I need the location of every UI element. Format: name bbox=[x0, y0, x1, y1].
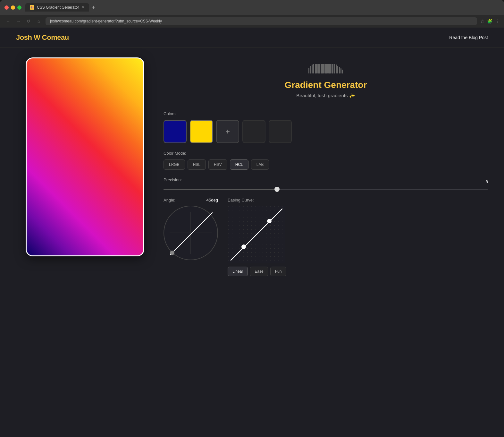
bar bbox=[334, 64, 335, 73]
right-panel: Gradient Generator Beautiful, lush gradi… bbox=[164, 57, 488, 276]
slider-thumb[interactable] bbox=[274, 187, 280, 192]
precision-slider[interactable] bbox=[164, 189, 488, 190]
tab-bar: 🎨 CSS Gradient Generator ✕ + bbox=[25, 3, 500, 12]
barcode-icon bbox=[164, 64, 488, 73]
site-nav: Josh W Comeau Read the Blog Post bbox=[0, 28, 504, 48]
bar bbox=[315, 64, 317, 73]
easing-handle-2[interactable] bbox=[241, 244, 246, 249]
gradient-preview bbox=[26, 57, 144, 256]
bar bbox=[324, 64, 328, 73]
easing-section: Easing Curve: bbox=[228, 198, 488, 276]
slider-fill bbox=[164, 189, 277, 190]
app-layout: Gradient Generator Beautiful, lush gradi… bbox=[0, 48, 504, 286]
browser-tab[interactable]: 🎨 CSS Gradient Generator ✕ bbox=[25, 3, 89, 12]
precision-header: Precision: 8 bbox=[164, 177, 488, 186]
bar bbox=[312, 64, 313, 73]
extensions-icon[interactable]: 🧩 bbox=[487, 19, 492, 24]
color-mode-label: Color Mode: bbox=[164, 151, 488, 156]
bar bbox=[332, 64, 333, 73]
browser-action-icons: ☆ 🧩 ⋮ bbox=[480, 19, 500, 24]
easing-svg bbox=[228, 206, 285, 263]
url-input[interactable] bbox=[46, 17, 477, 25]
mode-btn-lab[interactable]: LAB bbox=[251, 159, 269, 170]
minimize-traffic-light[interactable] bbox=[11, 5, 15, 10]
bottom-controls: Angle: 45deg bbox=[164, 198, 488, 276]
svg-point-2 bbox=[170, 251, 174, 255]
bookmark-icon[interactable]: ☆ bbox=[480, 19, 484, 24]
traffic-lights bbox=[4, 5, 21, 10]
bar bbox=[321, 64, 324, 73]
dial-svg bbox=[164, 206, 217, 260]
angle-header: Angle: 45deg bbox=[164, 198, 218, 202]
tab-favicon: 🎨 bbox=[30, 5, 34, 10]
color-swatch-empty-1 bbox=[242, 120, 265, 143]
easing-buttons: Linear Ease Fun bbox=[228, 267, 488, 276]
hero-section: Gradient Generator Beautiful, lush gradi… bbox=[164, 61, 488, 104]
precision-value: 8 bbox=[486, 179, 488, 184]
color-mode-section: Color Mode: LRGB HSL HSV HCL LAB bbox=[164, 151, 488, 170]
refresh-button[interactable]: ↺ bbox=[25, 19, 32, 24]
blog-link[interactable]: Read the Blog Post bbox=[449, 35, 488, 40]
forward-button[interactable]: → bbox=[15, 19, 22, 24]
mode-btn-hsv[interactable]: HSV bbox=[208, 159, 227, 170]
mode-btn-hcl[interactable]: HCL bbox=[230, 159, 248, 170]
svg-line-0 bbox=[191, 213, 212, 234]
bar bbox=[342, 70, 343, 73]
bar bbox=[336, 64, 337, 73]
color-swatches: + bbox=[164, 120, 488, 143]
bar bbox=[339, 67, 340, 73]
main-content: Josh W Comeau Read the Blog Post bbox=[0, 28, 504, 437]
maximize-traffic-light[interactable] bbox=[17, 5, 21, 10]
color-swatch-yellow[interactable] bbox=[190, 120, 213, 143]
easing-graph[interactable] bbox=[228, 206, 285, 263]
new-tab-button[interactable]: + bbox=[92, 4, 95, 11]
back-button[interactable]: ← bbox=[4, 19, 12, 24]
easing-label: Easing Curve: bbox=[228, 198, 488, 202]
angle-section: Angle: 45deg bbox=[164, 198, 218, 260]
ease-btn-ease[interactable]: Ease bbox=[250, 267, 268, 276]
mode-btn-lrgb[interactable]: LRGB bbox=[164, 159, 185, 170]
browser-window: 🎨 CSS Gradient Generator ✕ + ← → ↺ ⌂ ☆ 🧩… bbox=[0, 0, 504, 437]
angle-dial[interactable] bbox=[164, 206, 218, 260]
hero-title: Gradient Generator bbox=[164, 80, 488, 90]
bar bbox=[317, 64, 320, 73]
bar bbox=[308, 68, 309, 73]
bar bbox=[340, 68, 341, 73]
ease-btn-fun[interactable]: Fun bbox=[270, 267, 287, 276]
mode-buttons: LRGB HSL HSV HCL LAB bbox=[164, 159, 488, 170]
angle-value: 45deg bbox=[206, 198, 218, 202]
add-color-button[interactable]: + bbox=[216, 120, 239, 143]
bar bbox=[337, 66, 338, 73]
precision-section: Precision: 8 bbox=[164, 177, 488, 190]
tab-close-icon[interactable]: ✕ bbox=[81, 5, 85, 10]
close-traffic-light[interactable] bbox=[4, 5, 9, 10]
home-button[interactable]: ⌂ bbox=[35, 19, 42, 24]
color-swatch-blue[interactable] bbox=[164, 120, 187, 143]
mode-btn-hsl[interactable]: HSL bbox=[188, 159, 206, 170]
colors-section: Colors: + bbox=[164, 111, 488, 143]
bar bbox=[328, 64, 331, 73]
menu-icon[interactable]: ⋮ bbox=[495, 19, 500, 24]
precision-label: Precision: bbox=[164, 177, 182, 182]
browser-titlebar: 🎨 CSS Gradient Generator ✕ + bbox=[0, 0, 504, 15]
color-swatch-empty-2 bbox=[269, 120, 292, 143]
gradient-preview-container bbox=[26, 57, 144, 256]
address-bar: ← → ↺ ⌂ ☆ 🧩 ⋮ bbox=[0, 15, 504, 28]
tab-title: CSS Gradient Generator bbox=[37, 5, 79, 10]
easing-handle-1[interactable] bbox=[267, 219, 272, 223]
angle-label: Angle: bbox=[164, 198, 175, 202]
bar bbox=[313, 64, 314, 73]
hero-subtitle: Beautiful, lush gradients ✨ bbox=[164, 93, 488, 99]
ease-btn-linear[interactable]: Linear bbox=[228, 267, 248, 276]
bar bbox=[310, 66, 311, 73]
colors-label: Colors: bbox=[164, 111, 488, 116]
site-logo: Josh W Comeau bbox=[16, 33, 69, 42]
